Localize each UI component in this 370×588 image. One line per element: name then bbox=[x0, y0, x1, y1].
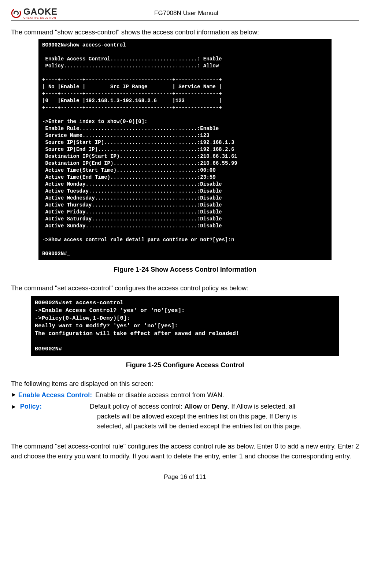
document-title: FG7008N User Manual bbox=[58, 8, 315, 18]
page-footer: Page 16 of 111 bbox=[11, 472, 359, 482]
policy-text-mid: or bbox=[202, 403, 211, 410]
bullet-text-enable: Enable or disable access control from WA… bbox=[93, 391, 224, 399]
bullet-label-enable: Enable Access Control: bbox=[18, 391, 92, 399]
policy-line-3: selected, all packets will be denied exc… bbox=[97, 421, 359, 431]
logo-tagline: CREATIVE SOLUTION bbox=[23, 16, 58, 19]
terminal-output-1: BG9002N#show access-control Enable Acces… bbox=[38, 39, 332, 260]
items-intro: The following items are displayed on thi… bbox=[11, 379, 359, 389]
logo-icon bbox=[11, 8, 21, 18]
policy-bold-allow: Allow bbox=[184, 403, 202, 410]
page-header: GAOKE CREATIVE SOLUTION FG7008N User Man… bbox=[11, 7, 359, 21]
policy-text-pre: Default policy of access control: bbox=[90, 403, 184, 410]
policy-line-2: packets will be allowed except the entri… bbox=[97, 412, 359, 421]
intro-paragraph-1: The command "show access-control" shows … bbox=[11, 27, 359, 37]
svg-point-1 bbox=[13, 10, 19, 16]
paragraph-4: The command "set access-control rule" co… bbox=[11, 442, 359, 461]
policy-bold-deny: Deny bbox=[211, 403, 227, 410]
bullet-arrow-icon: ► bbox=[11, 390, 17, 400]
intro-paragraph-2: The command "set access-control" configu… bbox=[11, 283, 359, 293]
logo-main-text: GAOKE bbox=[23, 7, 58, 16]
svg-point-0 bbox=[11, 8, 21, 18]
logo: GAOKE CREATIVE SOLUTION bbox=[11, 7, 58, 19]
bullet-label-policy: Policy: bbox=[20, 403, 42, 410]
figure-caption-1: Figure 1-24 Show Access Control Informat… bbox=[11, 265, 359, 275]
bullet-arrow-icon: ► bbox=[11, 403, 17, 410]
bullet-enable-access-control: ► Enable Access Control: Enable or disab… bbox=[11, 390, 359, 400]
figure-caption-2: Figure 1-25 Configure Access Control bbox=[11, 360, 359, 370]
terminal-output-2: BG9002N#set access-control ->Enable Acce… bbox=[31, 296, 339, 356]
bullet-policy: ► Policy: Default policy of access contr… bbox=[11, 402, 359, 431]
policy-text-post: . If Allow is selected, all bbox=[227, 403, 295, 410]
